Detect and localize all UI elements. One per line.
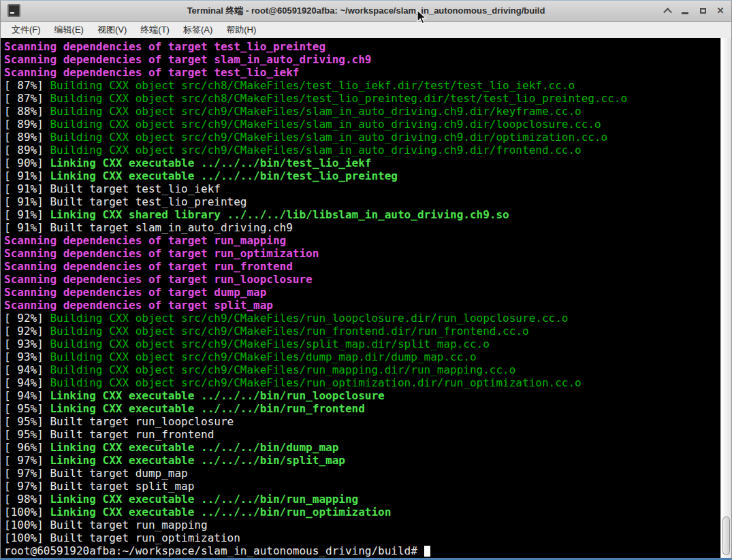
line-progress-prefix: [100%]: [4, 518, 50, 531]
terminal-line: [ 89%] Building CXX object src/ch9/CMake…: [4, 131, 720, 144]
line-progress-prefix: [ 95%]: [4, 428, 50, 441]
line-progress-prefix: [ 92%]: [4, 325, 50, 337]
line-text: Building CXX object src/ch9/CMakeFiles/r…: [50, 376, 581, 389]
line-progress-prefix: [ 95%]: [4, 402, 50, 415]
terminal-line: [ 95%] Built target run_loopclosure: [4, 415, 720, 428]
line-text: Scanning dependencies of target dump_map: [4, 286, 266, 299]
line-text: Building CXX object src/ch9/CMakeFiles/r…: [50, 363, 515, 376]
line-text: Building CXX object src/ch9/CMakeFiles/s…: [50, 144, 581, 157]
scrollbar-thumb[interactable]: [722, 516, 730, 555]
minimize-button[interactable]: [680, 5, 690, 16]
line-text: Built target run_loopclosure: [50, 415, 234, 428]
menu-item-tabs[interactable]: 标签(A): [176, 22, 219, 38]
terminal-line: [ 93%] Building CXX object src/ch9/CMake…: [4, 337, 720, 350]
line-text: Linking CXX executable ../../../bin/spli…: [50, 454, 345, 467]
line-progress-prefix: [ 94%]: [4, 363, 50, 376]
terminal-line: [ 92%] Building CXX object src/ch9/CMake…: [4, 312, 720, 325]
line-text: Scanning dependencies of target split_ma…: [4, 299, 273, 312]
terminal-line: [100%] Built target run_optimization: [4, 531, 720, 544]
titlebar[interactable]: Terminal 终端 - root@60591920afba: ~/works…: [1, 1, 731, 22]
line-text: Building CXX object src/ch9/CMakeFiles/d…: [50, 350, 476, 363]
terminal-line: [ 98%] Linking CXX executable ../../../b…: [4, 493, 720, 506]
line-text: Building CXX object src/ch8/CMakeFiles/t…: [50, 79, 575, 92]
terminal-line: [ 97%] Built target dump_map: [4, 467, 720, 480]
minimize-icon: [682, 12, 688, 14]
terminal-line: [ 96%] Linking CXX executable ../../../b…: [4, 441, 720, 454]
line-progress-prefix: [ 91%]: [4, 221, 50, 234]
line-text: Scanning dependencies of target test_lio…: [4, 66, 299, 79]
terminal-area: Scanning dependencies of target test_lio…: [1, 38, 731, 559]
menu-item-help[interactable]: 帮助(H): [219, 22, 263, 38]
line-progress-prefix: [ 95%]: [4, 415, 50, 428]
menu-item-edit[interactable]: 编辑(E): [48, 22, 91, 38]
terminal-line: [ 87%] Building CXX object src/ch8/CMake…: [4, 79, 720, 92]
line-progress-prefix: [ 90%]: [4, 157, 50, 169]
terminal-line: [ 91%] Built target test_lio_preinteg: [4, 195, 720, 208]
line-progress-prefix: [ 93%]: [4, 337, 50, 350]
line-progress-prefix: [ 89%]: [4, 131, 50, 144]
line-text: Linking CXX executable ../../../bin/dump…: [50, 441, 338, 454]
line-text: Building CXX object src/ch9/CMakeFiles/s…: [50, 118, 601, 131]
terminal-line: Scanning dependencies of target run_opti…: [4, 247, 720, 260]
scrollbar-track[interactable]: [720, 38, 731, 559]
line-text: Linking CXX executable ../../../bin/test…: [50, 157, 371, 169]
line-text: Built target run_mapping: [50, 518, 207, 531]
terminal-line: [ 97%] Built target split_map: [4, 480, 720, 493]
line-text: Linking CXX shared library ../../../lib/…: [50, 208, 509, 221]
terminal-block-cursor: [424, 546, 430, 557]
line-text: Built target test_lio_iekf: [50, 182, 220, 195]
terminal-line: Scanning dependencies of target run_loop…: [4, 273, 720, 286]
line-progress-prefix: [ 87%]: [4, 92, 50, 105]
terminal-window: Terminal 终端 - root@60591920afba: ~/works…: [0, 0, 732, 560]
terminal-line: [ 88%] Building CXX object src/ch9/CMake…: [4, 105, 720, 118]
line-progress-prefix: [ 93%]: [4, 350, 50, 363]
terminal-line: Scanning dependencies of target run_mapp…: [4, 234, 720, 247]
terminal-line: [ 91%] Built target test_lio_iekf: [4, 182, 720, 195]
line-text: Building CXX object src/ch9/CMakeFiles/s…: [50, 131, 607, 144]
line-progress-prefix: [ 91%]: [4, 208, 50, 221]
menubar: 文件(F)编辑(E)视图(V)终端(T)标签(A)帮助(H): [1, 22, 731, 38]
line-progress-prefix: [ 91%]: [4, 182, 50, 195]
line-text: Building CXX object src/ch9/CMakeFiles/s…: [50, 337, 489, 350]
terminal-line: Scanning dependencies of target dump_map: [4, 286, 720, 299]
line-text: Linking CXX executable ../../../bin/run_…: [50, 389, 384, 402]
line-text: Built target run_optimization: [50, 531, 240, 544]
maximize-button[interactable]: [697, 5, 708, 16]
shade-button[interactable]: [662, 5, 673, 16]
line-text: Scanning dependencies of target test_lio…: [4, 40, 325, 53]
menu-item-file[interactable]: 文件(F): [5, 22, 48, 38]
line-progress-prefix: [ 89%]: [4, 118, 50, 131]
line-text: Building CXX object src/ch8/CMakeFiles/t…: [50, 92, 627, 105]
line-text: Scanning dependencies of target slam_in_…: [4, 53, 371, 66]
line-progress-prefix: [ 94%]: [4, 376, 50, 389]
line-text: Scanning dependencies of target run_fron…: [4, 260, 293, 273]
line-progress-prefix: [ 98%]: [4, 493, 50, 506]
line-text: root@60591920afba:~/workspace/slam_in_au…: [4, 544, 424, 557]
terminal-line: [100%] Linking CXX executable ../../../b…: [4, 506, 720, 518]
menu-item-terminal[interactable]: 终端(T): [133, 22, 176, 38]
line-progress-prefix: [ 89%]: [4, 144, 50, 157]
menu-item-view[interactable]: 视图(V): [91, 22, 133, 38]
line-text: Built target slam_in_auto_driving.ch9: [50, 221, 292, 234]
line-progress-prefix: [100%]: [4, 506, 50, 518]
terminal-line: [ 94%] Building CXX object src/ch9/CMake…: [4, 363, 720, 376]
terminal-line: [ 91%] Linking CXX executable ../../../b…: [4, 169, 720, 182]
terminal-line: [ 89%] Building CXX object src/ch9/CMake…: [4, 144, 720, 157]
terminal-line: Scanning dependencies of target test_lio…: [4, 40, 720, 53]
close-button[interactable]: ✕: [715, 5, 726, 16]
line-progress-prefix: [ 87%]: [4, 79, 50, 92]
terminal-line: [ 91%] Linking CXX shared library ../../…: [4, 208, 720, 221]
line-text: Scanning dependencies of target run_opti…: [4, 247, 319, 260]
line-progress-prefix: [ 88%]: [4, 105, 50, 118]
terminal-line: [ 87%] Building CXX object src/ch8/CMake…: [4, 92, 720, 105]
terminal-line: Scanning dependencies of target run_fron…: [4, 260, 720, 273]
line-progress-prefix: [ 91%]: [4, 169, 50, 182]
line-text: Building CXX object src/ch9/CMakeFiles/s…: [50, 105, 581, 118]
line-text: Building CXX object src/ch9/CMakeFiles/r…: [50, 325, 528, 337]
terminal-screen[interactable]: Scanning dependencies of target test_lio…: [1, 38, 720, 559]
terminal-line: [ 89%] Building CXX object src/ch9/CMake…: [4, 118, 720, 131]
line-progress-prefix: [ 92%]: [4, 312, 50, 325]
terminal-line: [ 91%] Built target slam_in_auto_driving…: [4, 221, 720, 234]
terminal-line: [ 90%] Linking CXX executable ../../../b…: [4, 157, 720, 169]
line-text: Linking CXX executable ../../../bin/test…: [50, 169, 398, 182]
